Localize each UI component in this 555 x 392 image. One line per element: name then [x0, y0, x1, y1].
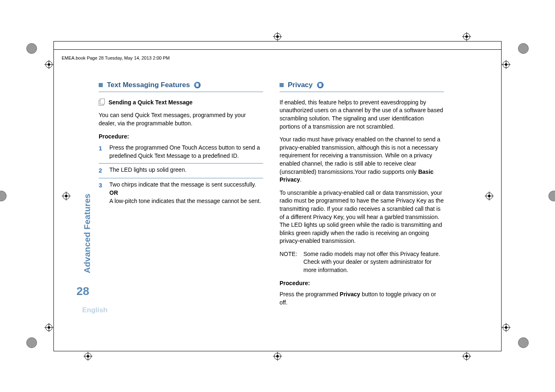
svg-point-15 — [48, 326, 50, 329]
language-label: English — [82, 306, 107, 314]
registration-mark-icon — [62, 191, 71, 201]
svg-point-43 — [465, 355, 468, 357]
procedure-text: Press the programmed Privacy button to t… — [280, 291, 444, 307]
color-calibration-icon — [518, 337, 529, 348]
procedure-step: 2 The LED lights up solid green. — [99, 166, 263, 176]
step-or: OR — [109, 189, 118, 196]
svg-point-23 — [505, 326, 507, 329]
svg-point-11 — [48, 63, 50, 66]
note-block: NOTE: Some radio models may not offer th… — [280, 250, 444, 274]
color-calibration-icon — [518, 43, 529, 54]
feature-mode-icon — [317, 82, 324, 88]
text-run: Your radio must have privacy enabled on … — [280, 136, 440, 175]
step-text: Two chirps indicate that the message is … — [109, 181, 263, 205]
registration-mark-icon — [502, 323, 511, 332]
bold-term: Privacy — [340, 291, 360, 297]
left-column: Text Messaging Features Sending a Quick … — [99, 80, 263, 311]
running-head: EMEA.book Page 28 Tuesday, May 14, 2013 … — [62, 55, 170, 60]
text-run: Press the programmed — [280, 291, 340, 297]
intro-paragraph: You can send Quick Text messages, progra… — [99, 111, 263, 127]
note-text: Some radio models may not offer this Pri… — [303, 250, 444, 274]
subsection-label: Sending a Quick Text Message — [109, 99, 192, 107]
procedure-step: 1 Press the programmed One Touch Access … — [99, 144, 263, 161]
note-label: NOTE: — [280, 250, 303, 274]
step-text: Press the programmed One Touch Access bu… — [109, 144, 263, 160]
body-paragraph: If enabled, this feature helps to preven… — [280, 99, 444, 131]
procedure-label: Procedure: — [280, 279, 444, 288]
procedure-step: 3 Two chirps indicate that the message i… — [99, 181, 263, 207]
content-area: Text Messaging Features Sending a Quick … — [99, 80, 444, 311]
registration-mark-icon — [502, 60, 511, 69]
svg-point-19 — [505, 63, 507, 66]
step-number: 2 — [99, 166, 109, 175]
svg-point-35 — [465, 35, 468, 38]
registration-mark-icon — [44, 60, 53, 69]
step-separator — [99, 178, 263, 178]
svg-point-7 — [488, 195, 490, 197]
color-calibration-icon — [548, 191, 555, 203]
color-calibration-icon — [26, 43, 37, 54]
step-text: The LED lights up solid green. — [109, 166, 263, 175]
subsection-title: Sending a Quick Text Message — [99, 99, 263, 107]
color-calibration-icon — [0, 191, 7, 203]
square-bullet-icon — [280, 83, 284, 87]
text-run: . — [300, 176, 302, 183]
right-column: Privacy If enabled, this feature helps t… — [280, 80, 444, 311]
step-separator — [99, 163, 263, 164]
body-paragraph: To unscramble a privacy-enabled call or … — [280, 189, 444, 245]
square-bullet-icon — [99, 83, 103, 87]
section-title-label: Privacy — [288, 80, 313, 90]
document-icon — [99, 100, 104, 106]
section-divider — [99, 92, 263, 92]
svg-point-31 — [276, 355, 279, 357]
section-title-label: Text Messaging Features — [107, 80, 190, 90]
registration-mark-icon — [273, 32, 282, 41]
registration-mark-icon — [44, 323, 53, 332]
page-number: 28 — [76, 285, 89, 298]
color-calibration-icon — [26, 337, 37, 348]
procedure-label: Procedure: — [99, 133, 263, 141]
registration-mark-icon — [462, 352, 471, 361]
step-number: 1 — [99, 144, 109, 160]
registration-mark-icon — [485, 191, 494, 201]
sidebar-section-label: Advanced Features — [82, 107, 92, 187]
registration-mark-icon — [83, 352, 92, 361]
section-divider — [280, 92, 444, 92]
section-title-text-messaging: Text Messaging Features — [99, 80, 263, 90]
svg-point-27 — [276, 35, 279, 38]
step-number: 3 — [99, 181, 109, 205]
registration-mark-icon — [462, 32, 471, 41]
section-title-privacy: Privacy — [280, 80, 444, 90]
body-paragraph: Your radio must have privacy enabled on … — [280, 136, 444, 184]
svg-point-3 — [65, 195, 67, 197]
feature-mode-icon — [194, 82, 201, 88]
svg-point-39 — [87, 355, 89, 357]
step-text-line: Two chirps indicate that the message is … — [109, 181, 256, 188]
registration-mark-icon — [273, 352, 282, 361]
step-text-line: A low-pitch tone indicates that the mess… — [109, 198, 261, 204]
